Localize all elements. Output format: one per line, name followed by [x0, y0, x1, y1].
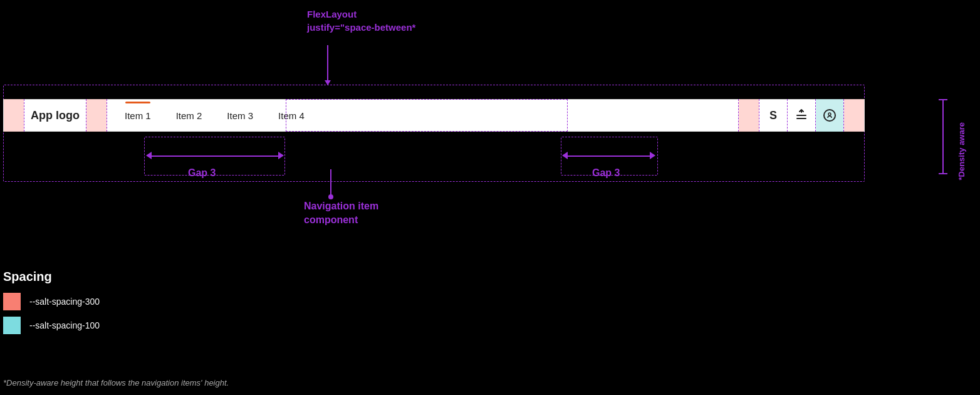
nav-item-annotation-dot [328, 194, 333, 199]
gap3-right-arrow-head-left [562, 152, 568, 159]
svg-point-1 [828, 113, 831, 115]
swatch-100 [3, 317, 21, 334]
swatch-300 [3, 293, 21, 310]
right-spacing-block-2 [844, 99, 864, 132]
nav-item-3[interactable]: Item 3 [214, 99, 266, 132]
icons-area: S [759, 99, 843, 132]
flex-layout-arrow [327, 45, 328, 82]
flex-layout-line2: justify="space-between* [307, 22, 415, 33]
nav-item-annotation-vline [330, 169, 331, 196]
nav-item-2[interactable]: Item 2 [164, 99, 215, 132]
gap3-left-arrow-head-left [146, 152, 152, 159]
nav-item-annotation-label: Navigation item component [304, 199, 378, 228]
spacing-section: Spacing --salt-spacing-300 --salt-spacin… [3, 270, 100, 340]
footer-note: *Density-aware height that follows the n… [3, 378, 229, 387]
gap3-left-label: Gap 3 [188, 167, 216, 179]
nav-item-1[interactable]: Item 1 [112, 99, 164, 132]
gap3-left-arrow-head-right [278, 152, 284, 159]
icon-github[interactable] [816, 99, 843, 132]
gap3-right-arrow-head-right [650, 152, 655, 159]
density-vline [942, 99, 944, 174]
left-spacing-block-1 [4, 99, 24, 132]
icon-s[interactable]: S [759, 99, 787, 132]
gap3-right-arrow-line [565, 155, 653, 157]
density-top-tick [939, 99, 947, 100]
legend-item-100: --salt-spacing-100 [3, 317, 100, 334]
navbar: App logo Item 1 Item 2 Item 3 Item 4 [3, 99, 865, 132]
label-100: --salt-spacing-100 [29, 320, 100, 330]
left-spacing-block-2 [86, 99, 107, 132]
gap3-left-arrow-line [149, 155, 281, 157]
gap3-right-label: Gap 3 [592, 167, 620, 179]
diagram-container: FlexLayout justify="space-between* *Dens… [0, 0, 980, 395]
flex-layout-line1: FlexLayout [307, 9, 357, 19]
nav-item-4[interactable]: Item 4 [266, 99, 317, 132]
icon-stack[interactable] [788, 99, 815, 132]
label-300: --salt-spacing-300 [29, 297, 100, 307]
flex-layout-label: FlexLayout justify="space-between* [307, 8, 415, 34]
right-spacing-block-1 [739, 99, 759, 132]
density-bot-tick [939, 173, 947, 174]
spacing-title: Spacing [3, 270, 100, 284]
legend-item-300: --salt-spacing-300 [3, 293, 100, 310]
density-aware-label: *Density aware [957, 122, 966, 181]
app-logo: App logo [24, 109, 86, 122]
nav-items-area: Item 1 Item 2 Item 3 Item 4 [107, 99, 425, 132]
